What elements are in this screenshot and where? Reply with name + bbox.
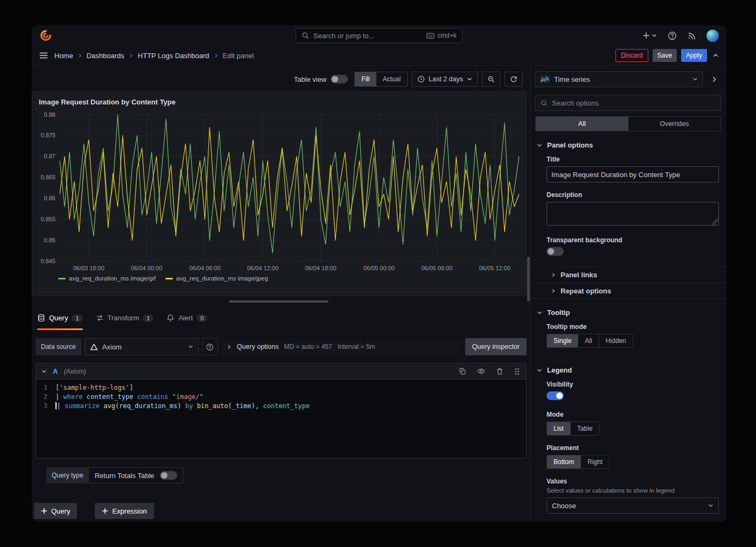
duplicate-query-icon[interactable] bbox=[458, 367, 467, 376]
section-legend[interactable]: Legend bbox=[531, 356, 726, 380]
code-line[interactable]: 2| where content_type contains "image/" bbox=[36, 392, 526, 402]
user-avatar[interactable] bbox=[706, 30, 719, 42]
horizontal-scrollbar[interactable] bbox=[229, 300, 328, 303]
tab-alert[interactable]: Alert 0 bbox=[166, 307, 207, 329]
tooltip-mode-single[interactable]: Single bbox=[547, 334, 578, 347]
tab-query-label: Query bbox=[49, 314, 68, 322]
options-tab-overrides[interactable]: Overrides bbox=[628, 117, 721, 131]
fill-option[interactable]: Fill bbox=[355, 72, 376, 86]
add-expression-label: Expression bbox=[112, 507, 146, 515]
timeseries-panel[interactable]: Image Request Duration by Content Type 0… bbox=[32, 92, 527, 296]
tab-transform-count: 1 bbox=[143, 314, 153, 322]
apply-button[interactable]: Apply bbox=[681, 49, 707, 62]
hide-query-eye-icon[interactable] bbox=[476, 366, 486, 376]
tooltip-mode-hidden[interactable]: Hidden bbox=[599, 334, 633, 347]
panel-description-input[interactable] bbox=[547, 202, 719, 226]
legend-placement-bottom[interactable]: Bottom bbox=[547, 455, 580, 468]
editor-tabs: Query 1 Transform 1 Alert 0 bbox=[32, 307, 530, 329]
visualization-picker[interactable]: Time series bbox=[535, 71, 703, 87]
collapse-up-icon[interactable] bbox=[711, 51, 720, 60]
legend-mode-group: List Table bbox=[547, 422, 599, 436]
chevron-down-icon bbox=[537, 310, 542, 315]
discard-button[interactable]: Discard bbox=[615, 49, 648, 62]
query-ref-id[interactable]: A bbox=[53, 367, 58, 375]
svg-text:0.87: 0.87 bbox=[44, 153, 55, 159]
breadcrumb-dashboard-name[interactable]: HTTP Logs Dashboard bbox=[138, 52, 209, 60]
legend-values-select[interactable]: Choose bbox=[547, 497, 719, 514]
query-add-actions: Query Expression bbox=[34, 503, 530, 519]
delete-query-trash-icon[interactable] bbox=[495, 367, 505, 376]
chevron-down-icon bbox=[537, 143, 542, 148]
news-icon[interactable] bbox=[687, 30, 698, 41]
options-search-input[interactable] bbox=[552, 99, 716, 107]
datasource-picker[interactable]: Axiom bbox=[85, 338, 199, 355]
breadcrumb-dashboards[interactable]: Dashboards bbox=[87, 52, 124, 60]
chevron-down-icon[interactable] bbox=[41, 369, 47, 374]
grafana-window: cmd+k Home Dashboards HTTP L bbox=[32, 25, 726, 522]
text-cursor bbox=[55, 402, 57, 409]
section-repeat-options[interactable]: Repeat options bbox=[531, 283, 726, 299]
database-icon bbox=[37, 314, 45, 322]
menu-toggle-icon[interactable] bbox=[38, 50, 49, 61]
breadcrumb: Home Dashboards HTTP Logs Dashboard Edit… bbox=[54, 52, 254, 60]
svg-text:06/04 18:00: 06/04 18:00 bbox=[305, 265, 336, 271]
code-line[interactable]: 3| summarize avg(req_duration_ms) by bin… bbox=[36, 402, 526, 411]
add-query-button[interactable]: Query bbox=[34, 503, 77, 519]
query-inspector-button[interactable]: Query inspector bbox=[465, 338, 527, 355]
section-tooltip[interactable]: Tooltip bbox=[531, 299, 726, 322]
tab-query[interactable]: Query 1 bbox=[37, 307, 83, 329]
tab-transform[interactable]: Transform 1 bbox=[96, 307, 154, 329]
search-icon bbox=[541, 100, 548, 107]
grafana-logo[interactable] bbox=[39, 29, 52, 42]
tooltip-mode-all[interactable]: All bbox=[578, 334, 598, 347]
zoom-out-button[interactable] bbox=[482, 72, 500, 87]
expand-pane-icon[interactable] bbox=[707, 71, 721, 87]
timeseries-chart[interactable]: 0.8450.850.8550.860.8650.870.8750.8806/0… bbox=[36, 109, 523, 274]
datasource-row: Data source Axiom Query options MD = aut… bbox=[36, 338, 527, 355]
edit-panel-main: Table view Fill Actual Last 2 days bbox=[32, 66, 726, 522]
section-panel-links[interactable]: Panel links bbox=[531, 267, 726, 283]
svg-text:0.845: 0.845 bbox=[40, 258, 55, 264]
breadcrumb-edit-panel: Edit panel bbox=[223, 52, 254, 60]
query-options-label: Query options bbox=[237, 343, 279, 350]
refresh-button[interactable] bbox=[505, 72, 523, 87]
code-line[interactable]: 1['sample-http-logs'] bbox=[36, 383, 526, 392]
panel-title-input[interactable] bbox=[547, 166, 719, 183]
new-dropdown-button[interactable] bbox=[641, 31, 658, 40]
search-input[interactable] bbox=[313, 32, 422, 40]
legend-mode-table[interactable]: Table bbox=[570, 422, 599, 435]
datasource-help-icon[interactable] bbox=[202, 338, 218, 355]
time-range-picker[interactable]: Last 2 days bbox=[412, 72, 478, 87]
add-expression-button[interactable]: Expression bbox=[95, 503, 153, 519]
field-title: Title bbox=[547, 156, 719, 183]
options-search[interactable] bbox=[535, 95, 721, 111]
legend-placement-right[interactable]: Right bbox=[580, 455, 609, 468]
field-legend-mode: Mode List Table bbox=[547, 411, 719, 436]
svg-text:0.86: 0.86 bbox=[44, 195, 55, 201]
section-panel-options[interactable]: Panel options bbox=[531, 131, 726, 155]
svg-text:06/04 00:00: 06/04 00:00 bbox=[131, 265, 162, 271]
legend-item[interactable]: avg_req_duration_ms image/gif bbox=[58, 275, 156, 282]
legend-mode-list[interactable]: List bbox=[547, 422, 570, 435]
query-options-collapsed[interactable]: Query options MD = auto = 457 Interval =… bbox=[221, 338, 462, 355]
chevron-right-icon bbox=[214, 53, 219, 58]
query-header[interactable]: A (Axiom) bbox=[36, 363, 526, 380]
legend-item[interactable]: avg_req_duration_ms image/jpeg bbox=[165, 275, 268, 282]
return-totals-toggle[interactable] bbox=[160, 471, 177, 480]
legend-visibility-toggle[interactable] bbox=[547, 391, 564, 400]
query-code-editor[interactable]: 1['sample-http-logs']2| where content_ty… bbox=[36, 380, 526, 458]
vertical-scrollbar[interactable] bbox=[527, 257, 530, 301]
tab-alert-label: Alert bbox=[178, 314, 193, 322]
table-view-toggle[interactable] bbox=[331, 75, 348, 83]
save-button[interactable]: Save bbox=[653, 49, 677, 62]
search-bar[interactable]: cmd+k bbox=[296, 28, 463, 43]
drag-handle-icon[interactable] bbox=[513, 367, 521, 376]
actual-option[interactable]: Actual bbox=[376, 72, 407, 86]
breadcrumb-home[interactable]: Home bbox=[54, 52, 73, 60]
help-icon[interactable] bbox=[667, 30, 678, 41]
chevron-down-icon bbox=[708, 503, 713, 508]
options-tab-all[interactable]: All bbox=[536, 117, 628, 131]
chevron-right-icon bbox=[78, 53, 82, 58]
transparent-background-toggle[interactable] bbox=[547, 247, 564, 256]
visualization-name: Time series bbox=[554, 75, 590, 83]
